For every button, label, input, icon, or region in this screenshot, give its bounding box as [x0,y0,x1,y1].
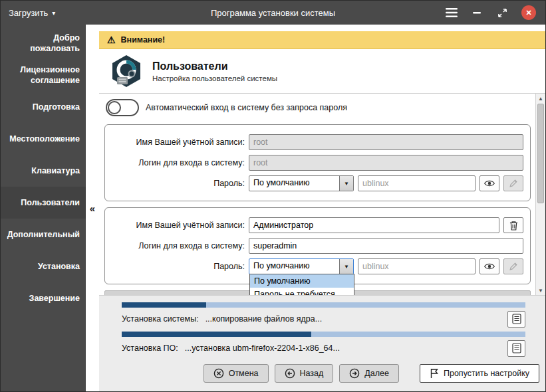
password-mode-value: По умолчанию [249,259,339,274]
password-mode-select[interactable]: По умолчанию ▼ [249,175,354,191]
sidebar-item-keyboard[interactable]: Клавиатура [1,155,86,187]
system-log-button[interactable] [507,311,525,328]
autologin-toggle[interactable] [106,99,139,116]
autologin-label: Автоматический вход в систему без запрос… [146,103,347,112]
chevron-down-icon: ▾ [52,9,55,17]
window-title: Программа установки системы [211,8,335,18]
system-progress-row: Установка системы: ...копирование файлов… [122,310,525,328]
scroll-down-icon[interactable]: ▼ [536,286,545,295]
sidebar-item-license[interactable]: Лицензионное соглашение [1,59,86,91]
sidebar-collapse-strip: « [86,25,99,391]
dropdown-option-default[interactable]: По умолчанию [250,274,354,288]
account-group-root: Имя Вашей учётной записи: Логин для вход… [104,124,531,201]
users-scroll-area: Автоматический вход в систему без запрос… [99,94,545,295]
form-row: Имя Вашей учётной записи: [112,217,523,233]
password-mode-value: По умолчанию [249,176,339,191]
system-progress-bar [122,302,525,308]
sidebar-item-preparation[interactable]: Подготовка [1,91,86,123]
page-header-text: Пользователи Настройка пользователей сис… [152,60,277,82]
software-progress-status: ...установка ubm-firefox-2204-1-x86_64..… [185,343,340,353]
back-arrow-icon [285,368,295,379]
window-controls: ✕ [446,5,536,20]
form-row: Логин для входа в систему: [112,238,523,254]
back-label: Назад [300,369,324,378]
sidebar-item-location[interactable]: Местоположение [1,123,86,155]
edit-password-button [503,175,523,191]
page-title: Пользователи [152,60,277,72]
warning-icon: ⚠ [107,35,116,45]
minimize-icon[interactable] [471,7,483,19]
software-progress-fill [122,332,311,337]
toggle-knob [108,101,121,114]
close-icon[interactable]: ✕ [521,5,536,20]
sidebar: Добро пожаловать Лицензионное соглашение… [1,25,86,391]
sidebar-collapse-button[interactable]: « [90,203,95,214]
next-button[interactable]: Далее [339,364,399,383]
account-name-label: Имя Вашей учётной записи: [112,221,245,230]
combo-arrow-icon[interactable]: ▼ [339,176,353,191]
account-name-label: Имя Вашей учётной записи: [112,138,245,147]
form-row: Пароль: По умолчанию ▼ [112,175,523,191]
warning-text: Внимание! [121,35,166,45]
account-login-field [249,155,523,171]
account-name-field [249,134,523,150]
back-button[interactable]: Назад [275,364,334,383]
sidebar-item-welcome[interactable]: Добро пожаловать [1,27,86,59]
skip-setup-button[interactable]: Пропустить настройку [420,364,539,383]
combo-arrow-icon[interactable]: ▼ [339,259,353,274]
footer-buttons: Отмена Назад Далее Пропустить настройку [122,364,539,383]
flag-icon [430,368,439,379]
password-field[interactable] [358,175,476,191]
installer-window: Загрузить ▾ Программа установки системы … [0,0,546,392]
software-progress-row: Установка ПО: ...установка ubm-firefox-2… [122,340,525,357]
scrollbar-thumb[interactable] [537,104,544,203]
show-password-button[interactable] [479,175,499,191]
sidebar-item-installation[interactable]: Установка [1,250,86,282]
next-arrow-icon [349,368,360,379]
page-header: Пользователи Настройка пользователей сис… [99,49,545,94]
system-progress-label: Установка системы: [122,314,199,324]
hamburger-menu-icon[interactable] [446,7,458,19]
password-label: Пароль: [112,262,245,271]
system-progress-status: ...копирование файлов ядра... [205,314,323,324]
password-field[interactable] [358,258,476,274]
account-name-field[interactable] [249,217,499,233]
load-menu-button[interactable]: Загрузить ▾ [9,8,55,18]
password-mode-select-open[interactable]: По умолчанию ▼ По умолчанию Пароль не тр… [249,258,354,274]
system-progress-fill [122,302,206,308]
sidebar-item-additional[interactable]: Дополнительный [1,219,86,250]
skip-setup-label: Пропустить настройку [444,369,529,378]
account-login-label: Логин для входа в систему: [112,158,245,167]
cancel-icon [213,368,224,379]
warning-banner: ⚠ Внимание! [99,31,545,49]
show-password-button[interactable] [479,258,499,274]
software-log-button[interactable] [507,340,525,357]
sidebar-item-completion[interactable]: Завершение [1,282,86,314]
account-login-label: Логин для входа в систему: [112,241,245,250]
sidebar-item-users[interactable]: Пользователи [1,187,86,219]
software-progress-label: Установка ПО: [122,343,178,353]
close-glyph: ✕ [525,9,531,17]
account-group-admin: Имя Вашей учётной записи: Логин для вход… [104,207,531,284]
form-row: Пароль: По умолчанию ▼ По умолчанию Паро… [112,258,523,274]
load-menu-label: Загрузить [9,8,48,18]
page-subtitle: Настройка пользователей системы [152,74,277,82]
bottom-panel: Установка системы: ...копирование файлов… [99,295,545,391]
password-mode-dropdown: По умолчанию Пароль не требуется Задать … [249,274,354,295]
account-login-field[interactable] [249,238,523,254]
cancel-button[interactable]: Отмена [204,364,269,383]
scroll-up-icon[interactable]: ▲ [536,94,545,103]
maximize-icon[interactable] [496,7,508,19]
vertical-scrollbar[interactable]: ▲ ▼ [535,94,545,295]
delete-user-button[interactable] [503,217,523,233]
software-progress-block: Установка ПО: ...установка ubm-firefox-2… [122,332,525,357]
cancel-label: Отмена [229,369,259,378]
form-row: Логин для входа в систему: [112,155,523,171]
software-progress-bar [122,332,525,337]
password-label: Пароль: [112,179,245,188]
form-row: Имя Вашей учётной записи: [112,134,523,150]
titlebar: Загрузить ▾ Программа установки системы … [1,1,545,25]
main-content: ⚠ Внимание! Пользователи Настройка польз… [99,25,545,391]
dropdown-option-no-password[interactable]: Пароль не требуется [250,288,354,295]
next-label: Далее [364,369,389,378]
